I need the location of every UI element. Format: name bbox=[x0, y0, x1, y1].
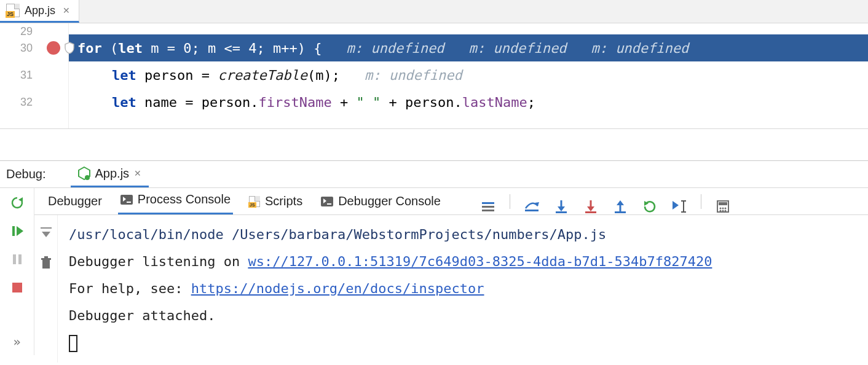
step-over-button[interactable] bbox=[524, 198, 540, 214]
line-number: 32 bbox=[0, 88, 39, 116]
close-icon[interactable]: ✕ bbox=[134, 168, 141, 178]
inline-hint: m: undefined bbox=[365, 68, 462, 83]
console-action-strip bbox=[34, 215, 58, 363]
editor-tab-label: App.js bbox=[25, 4, 55, 17]
editor-blank-area bbox=[0, 129, 868, 161]
svg-point-33 bbox=[722, 210, 724, 212]
svg-rect-21 bbox=[615, 211, 626, 213]
editor-tab-appjs[interactable]: JS App.js ✕ bbox=[0, 0, 79, 23]
svg-point-32 bbox=[719, 210, 721, 212]
debug-tabs: Debugger Process Console JS Scripts Debu… bbox=[34, 188, 868, 215]
svg-marker-17 bbox=[587, 206, 594, 211]
svg-marker-4 bbox=[17, 226, 23, 236]
svg-rect-15 bbox=[556, 211, 567, 213]
svg-rect-12 bbox=[525, 210, 539, 211]
shield-icon bbox=[64, 42, 75, 54]
svg-rect-37 bbox=[42, 260, 50, 269]
evaluate-expression-button[interactable] bbox=[715, 198, 731, 214]
svg-rect-38 bbox=[41, 258, 51, 260]
code-area[interactable]: for (let m = 0; m <= 4; m++) { m: undefi… bbox=[68, 23, 868, 128]
tab-process-console[interactable]: Process Console bbox=[118, 187, 233, 214]
more-actions-button[interactable]: » bbox=[13, 334, 20, 349]
close-icon[interactable]: ✕ bbox=[63, 6, 70, 15]
svg-point-31 bbox=[724, 208, 726, 210]
inline-hint: m: undefined bbox=[346, 41, 444, 56]
svg-point-29 bbox=[719, 208, 721, 210]
svg-rect-7 bbox=[12, 283, 22, 292]
code-line-30[interactable]: for (let m = 0; m <= 4; m++) { m: undefi… bbox=[69, 34, 868, 61]
console-line: For help, see: https://nodejs.org/en/doc… bbox=[69, 275, 858, 302]
console-panel: /usr/local/bin/node /Users/barbara/Webst… bbox=[34, 215, 868, 363]
line-number: 30 bbox=[0, 34, 39, 61]
console-output[interactable]: /usr/local/bin/node /Users/barbara/Webst… bbox=[58, 215, 868, 363]
rerun-button[interactable] bbox=[9, 194, 26, 211]
step-into-button[interactable] bbox=[553, 198, 569, 214]
svg-rect-39 bbox=[44, 256, 48, 258]
debug-toolwindow-header: Debug: App.js ✕ bbox=[0, 161, 868, 188]
step-out-button[interactable] bbox=[612, 198, 628, 214]
inline-hint: m: undefined bbox=[468, 41, 566, 56]
svg-rect-9 bbox=[482, 206, 494, 208]
nodejs-icon bbox=[78, 167, 90, 180]
editor-tab-bar: JS App.js ✕ bbox=[0, 0, 868, 23]
svg-rect-8 bbox=[482, 202, 494, 204]
svg-rect-10 bbox=[482, 210, 494, 211]
console-line: Debugger listening on ws://127.0.0.1:513… bbox=[69, 248, 858, 275]
tab-debugger[interactable]: Debugger bbox=[45, 189, 105, 214]
resume-button[interactable] bbox=[9, 222, 26, 240]
svg-marker-23 bbox=[673, 201, 679, 210]
svg-marker-20 bbox=[617, 200, 624, 205]
debug-action-strip: » bbox=[0, 188, 34, 355]
svg-rect-5 bbox=[13, 254, 16, 264]
console-line: Debugger attached. bbox=[69, 302, 858, 329]
svg-point-1 bbox=[85, 175, 90, 180]
svg-rect-6 bbox=[18, 254, 22, 264]
js-file-icon: JS bbox=[6, 4, 20, 17]
svg-rect-28 bbox=[719, 202, 727, 205]
debug-toolwindow-body: » Debugger Process Console JS Scripts De… bbox=[0, 188, 868, 355]
svg-rect-18 bbox=[585, 211, 596, 213]
show-execution-point-button[interactable] bbox=[480, 198, 496, 214]
code-line-32[interactable]: let name = person.firstName + " " + pers… bbox=[69, 88, 868, 116]
stop-button[interactable] bbox=[9, 279, 26, 296]
line-number: 29 bbox=[0, 28, 39, 34]
console-caret bbox=[69, 329, 858, 356]
inline-hint: m: undefined bbox=[591, 41, 688, 56]
svg-marker-2 bbox=[18, 197, 23, 202]
svg-marker-36 bbox=[42, 232, 50, 237]
force-step-into-button[interactable] bbox=[583, 198, 599, 214]
separator bbox=[510, 194, 510, 209]
tab-debugger-console[interactable]: Debugger Console bbox=[318, 189, 443, 214]
code-line-31[interactable]: let person = createTable(m); m: undefine… bbox=[69, 61, 868, 88]
help-url-link[interactable]: https://nodejs.org/en/docs/inspector bbox=[191, 281, 484, 296]
svg-rect-3 bbox=[12, 226, 15, 236]
run-configuration-label: App.js bbox=[95, 167, 130, 181]
gutter-marks[interactable] bbox=[39, 23, 68, 128]
svg-point-30 bbox=[722, 208, 724, 210]
drop-frame-button[interactable] bbox=[642, 198, 658, 214]
terminal-icon bbox=[321, 197, 333, 206]
breakpoint-icon[interactable] bbox=[47, 41, 60, 55]
scroll-to-end-button[interactable] bbox=[37, 224, 55, 241]
clear-console-button[interactable] bbox=[37, 254, 55, 272]
run-to-cursor-button[interactable] bbox=[671, 198, 687, 214]
js-file-icon: JS bbox=[249, 196, 260, 207]
debug-title: Debug: bbox=[6, 167, 46, 181]
console-line: /usr/local/bin/node /Users/barbara/Webst… bbox=[69, 221, 858, 248]
terminal-icon bbox=[120, 195, 133, 205]
line-number-gutter: 29 30 31 32 bbox=[0, 23, 39, 128]
run-configuration-tab[interactable]: App.js ✕ bbox=[71, 161, 149, 187]
svg-marker-14 bbox=[558, 206, 565, 211]
pause-button[interactable] bbox=[9, 251, 26, 268]
tab-scripts[interactable]: JS Scripts bbox=[247, 189, 305, 214]
separator bbox=[701, 194, 701, 209]
code-editor[interactable]: 29 30 31 32 for (let m = 0; m <= 4; m++)… bbox=[0, 23, 868, 129]
svg-point-34 bbox=[724, 210, 726, 212]
line-number: 31 bbox=[0, 61, 39, 88]
ws-url-link[interactable]: ws://127.0.0.1:51319/7c649d03-8325-4dda-… bbox=[248, 254, 712, 269]
